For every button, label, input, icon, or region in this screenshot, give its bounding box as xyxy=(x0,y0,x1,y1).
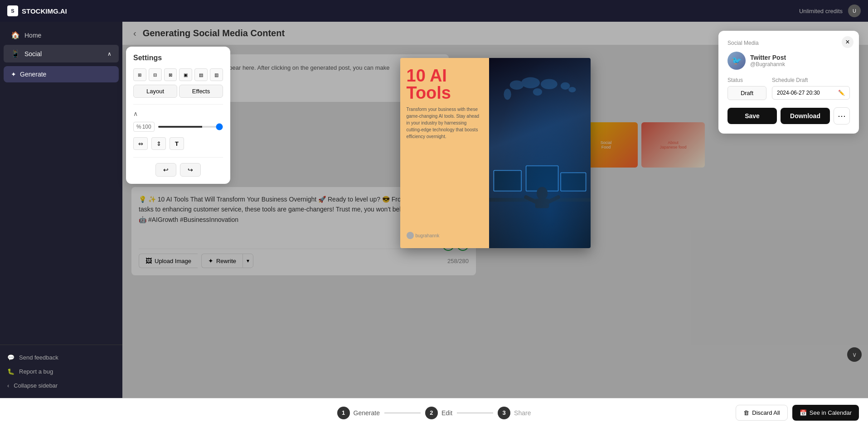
edit-icon: ✏️ xyxy=(838,90,845,96)
feedback-icon: 💬 xyxy=(7,354,15,361)
panel-type-label: Social Media xyxy=(727,40,850,46)
panel-handle: @Bugrahannk xyxy=(750,61,786,67)
image-body: Transform your business with these game-… xyxy=(407,106,483,140)
image-right-panel xyxy=(489,58,591,248)
app-header: S STOCKIMG.AI Unlimited credits U xyxy=(0,0,868,22)
sparkle-icon: ✦ xyxy=(11,71,16,78)
logo: S STOCKIMG.AI xyxy=(7,5,67,16)
chevron-up-icon: ∧ xyxy=(107,51,112,57)
flip-v-button[interactable]: ⇕ xyxy=(151,137,166,150)
step-line-1 xyxy=(384,413,421,413)
section-header[interactable]: ∧ xyxy=(133,110,223,117)
sidebar-nav: 🏠 Home 📱 Social ∧ ✦ Generate xyxy=(0,22,122,345)
logo-text: STOCKIMG.AI xyxy=(22,7,67,15)
undo-button[interactable]: ↩ xyxy=(155,163,176,177)
step-1: 1 Generate xyxy=(337,407,380,419)
step-3-num: 3 xyxy=(498,407,510,419)
feedback-label: Send feedback xyxy=(19,354,58,361)
header-right: Unlimited credits U xyxy=(799,5,861,17)
bug-label: Report a bug xyxy=(19,368,53,375)
percent-symbol: % xyxy=(136,124,141,130)
settings-title: Settings xyxy=(133,54,223,62)
step-1-num: 1 xyxy=(337,407,350,419)
redo-button[interactable]: ↪ xyxy=(180,163,201,177)
discard-icon: 🗑 xyxy=(743,409,749,416)
calendar-label: See in Calendar xyxy=(810,409,852,416)
step-2: 2 Edit xyxy=(425,407,452,419)
right-side-panel: × Social Media 🐦 Twitter Post @Bugrahann… xyxy=(718,31,859,134)
calendar-icon: 📅 xyxy=(800,409,807,416)
step-1-label: Generate xyxy=(354,409,380,417)
step-3-label: Share xyxy=(514,409,531,417)
discard-all-button[interactable]: 🗑 Discard All xyxy=(736,405,787,421)
settings-section: ∧ % 100 ⇔ ⇕ T xyxy=(133,104,223,150)
step-2-label: Edit xyxy=(441,409,452,417)
send-feedback-item[interactable]: 💬 Send feedback xyxy=(4,350,119,365)
schedule-value: 2024-06-27 20:30 xyxy=(777,90,820,96)
bottom-bar: 1 Generate 2 Edit 3 Share 🗑 Discard All … xyxy=(0,398,868,427)
layout-icon-4[interactable]: ▣ xyxy=(179,68,192,81)
see-in-calendar-button[interactable]: 📅 See in Calendar xyxy=(792,405,859,421)
sidebar-item-social[interactable]: 📱 Social ∧ xyxy=(4,45,119,62)
user-avatar[interactable]: U xyxy=(848,5,861,17)
schedule-label: Schedule Draft xyxy=(772,77,850,83)
main-content: ‹ Generating Social Media Content Your p… xyxy=(122,22,868,398)
report-bug-item[interactable]: 🐛 Report a bug xyxy=(4,365,119,379)
panel-close-button[interactable]: × xyxy=(842,36,853,48)
image-left-panel: 10 AI Tools Transform your business with… xyxy=(400,58,489,248)
collapse-sidebar-item[interactable]: ‹ Collapse sidebar xyxy=(4,379,119,393)
status-button[interactable]: Draft xyxy=(727,86,766,100)
home-label: Home xyxy=(24,32,41,39)
panel-post-type: Twitter Post xyxy=(750,54,786,61)
layout-icon-3[interactable]: ⊠ xyxy=(164,68,177,81)
effects-tab[interactable]: Effects xyxy=(179,85,223,98)
step-3: 3 Share xyxy=(498,407,531,419)
panel-avatar: 🐦 xyxy=(727,52,746,70)
step-line-2 xyxy=(457,413,493,413)
image-title: 10 AI Tools xyxy=(407,67,483,101)
bottom-actions: 🗑 Discard All 📅 See in Calendar xyxy=(736,405,859,421)
panel-status-field: Status Draft xyxy=(727,77,766,100)
steps-group: 1 Generate 2 Edit 3 Share xyxy=(337,407,531,419)
sidebar: 🏠 Home 📱 Social ∧ ✦ Generate 💬 Send feed… xyxy=(0,22,122,398)
opacity-row: % 100 xyxy=(133,122,223,132)
undo-redo-row: ↩ ↪ xyxy=(133,157,223,177)
generate-button[interactable]: ✦ Generate xyxy=(4,66,119,82)
panel-fields-row: Status Draft Schedule Draft 2024-06-27 2… xyxy=(727,77,850,100)
opacity-value: 100 xyxy=(142,124,151,130)
bug-icon: 🐛 xyxy=(7,368,15,375)
settings-panel: Settings ⊞ ⊟ ⊠ ▣ ▤ ▥ Layout Effects ∧ % … xyxy=(126,47,230,184)
home-icon: 🏠 xyxy=(11,31,20,39)
social-label: Social xyxy=(24,50,42,58)
image-handle: bugrahannk xyxy=(407,232,483,239)
discard-label: Discard All xyxy=(752,409,780,416)
layout-icons-row1: ⊞ ⊟ ⊠ ▣ ▤ ▥ xyxy=(133,68,223,81)
sidebar-footer: 💬 Send feedback 🐛 Report a bug ‹ Collaps… xyxy=(0,345,122,398)
collapse-label: Collapse sidebar xyxy=(14,382,58,389)
tab-group: Layout Effects xyxy=(133,85,223,98)
more-options-button[interactable]: ⋯ xyxy=(834,107,850,125)
sidebar-item-home[interactable]: 🏠 Home xyxy=(4,26,119,44)
layout-icon-5[interactable]: ▤ xyxy=(194,68,208,81)
step-2-num: 2 xyxy=(425,407,438,419)
social-icon: 📱 xyxy=(11,49,20,58)
save-button[interactable]: Save xyxy=(727,108,777,124)
layout-icon-2[interactable]: ⊟ xyxy=(149,68,162,81)
layout-tab[interactable]: Layout xyxy=(133,85,177,98)
layout-icon-6[interactable]: ▥ xyxy=(210,68,223,81)
logo-icon: S xyxy=(7,5,18,16)
schedule-button[interactable]: 2024-06-27 20:30 ✏️ xyxy=(772,86,850,100)
download-button[interactable]: Download xyxy=(781,108,830,124)
chevron-up-section-icon: ∧ xyxy=(133,110,138,117)
center-preview-image: 10 AI Tools Transform your business with… xyxy=(400,58,591,248)
panel-user-row: 🐦 Twitter Post @Bugrahannk xyxy=(727,52,850,70)
opacity-slider[interactable] xyxy=(158,126,223,128)
status-label: Status xyxy=(727,77,766,83)
layout-icon-1[interactable]: ⊞ xyxy=(133,68,146,81)
tool-icons-row: ⇔ ⇕ T xyxy=(133,137,223,150)
opacity-label: % 100 xyxy=(133,122,155,132)
text-button[interactable]: T xyxy=(170,137,184,150)
panel-schedule-field: Schedule Draft 2024-06-27 20:30 ✏️ xyxy=(772,77,850,100)
collapse-icon: ‹ xyxy=(7,382,9,389)
flip-h-button[interactable]: ⇔ xyxy=(133,137,148,150)
